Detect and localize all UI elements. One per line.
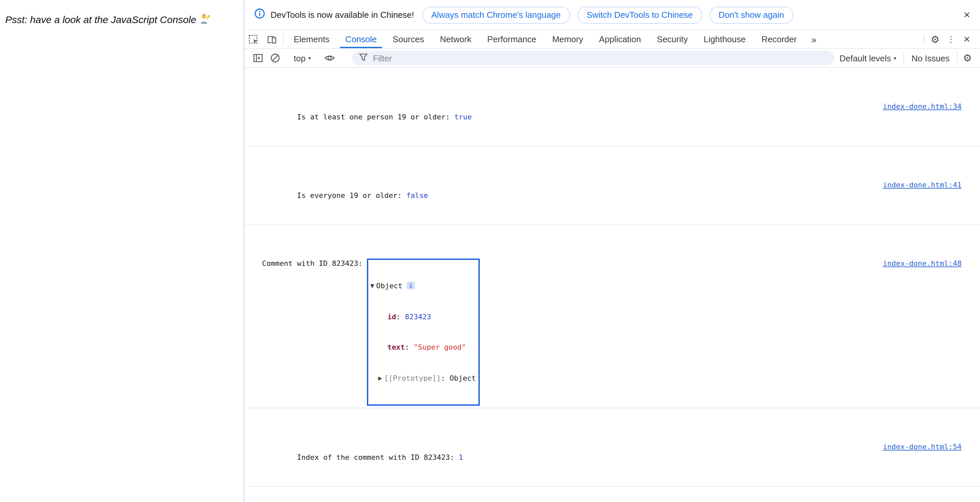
devtools-infobar: DevTools is now available in Chinese! Al… — [244, 0, 980, 30]
tab-console[interactable]: Console — [337, 30, 384, 48]
log-boolean-value: false — [406, 191, 428, 200]
levels-label: Default levels — [840, 53, 891, 63]
tab-recorder[interactable]: Recorder — [754, 30, 805, 48]
always-match-language-button[interactable]: Always match Chrome's language — [422, 6, 570, 24]
value-info-badge[interactable]: i — [406, 282, 415, 289]
tab-performance[interactable]: Performance — [479, 30, 544, 48]
person-tipping-hand-emoji — [200, 13, 211, 26]
property-name: id — [387, 312, 396, 321]
console-sidebar-icon[interactable] — [250, 49, 267, 67]
log-levels-dropdown[interactable]: Default levels ▾ — [834, 53, 902, 63]
source-link[interactable]: index-done.html:48 — [883, 259, 961, 269]
tab-memory[interactable]: Memory — [544, 30, 591, 48]
filter-input[interactable] — [372, 52, 827, 64]
tabbar-divider — [283, 33, 284, 45]
tab-application[interactable]: Application — [591, 30, 649, 48]
switch-devtools-chinese-button[interactable]: Switch DevTools to Chinese — [577, 6, 702, 24]
settings-gear-icon[interactable]: ⚙ — [927, 30, 943, 48]
console-message-row: Index of the comment with ID 823423: 1 i… — [244, 440, 980, 487]
devtools-tabbar: Elements Console Sources Network Perform… — [244, 30, 980, 49]
console-toolbar: top ▾ Default levels — [244, 49, 980, 68]
tabbar-right-divider — [924, 34, 924, 44]
issues-counter[interactable]: No Issues — [906, 53, 955, 63]
prototype-key: [[Prototype]] — [384, 374, 441, 382]
devtools-close-icon[interactable]: × — [959, 30, 975, 48]
devtools-panel: DevTools is now available in Chinese! Al… — [244, 0, 980, 502]
object-title: Object — [376, 282, 402, 290]
collapse-triangle-icon[interactable]: ▼ — [370, 281, 376, 291]
filter-funnel-icon — [359, 52, 368, 64]
info-icon — [254, 8, 265, 22]
source-link[interactable]: index-done.html:41 — [883, 180, 961, 191]
property-value: "Super good" — [414, 343, 466, 352]
toolbar-right-divider — [904, 53, 904, 64]
expand-triangle-icon[interactable]: ▶ — [378, 373, 384, 383]
browser-window: Psst: have a look at the JavaScript Cons… — [0, 0, 980, 502]
log-text: Comment with ID 823423: — [262, 259, 367, 269]
dont-show-again-button[interactable]: Don't show again — [710, 6, 794, 24]
log-boolean-value: true — [454, 113, 472, 121]
web-page-pane: Psst: have a look at the JavaScript Cons… — [0, 0, 244, 502]
tab-security[interactable]: Security — [649, 30, 696, 48]
toolbar-right-divider-2 — [957, 53, 958, 64]
object-property: id: 823423 — [387, 312, 476, 322]
source-link[interactable]: index-done.html:34 — [883, 102, 961, 112]
console-output: Is at least one person 19 or older: true… — [244, 68, 980, 502]
log-number-value: 1 — [459, 453, 463, 462]
inspect-element-icon[interactable] — [244, 30, 262, 48]
console-message-row-object: Comment with ID 823423: ▼Objecti id: 823… — [244, 257, 980, 408]
expanded-object-box: ▼Objecti id: 823423 text: "Super good" ▶… — [367, 259, 480, 406]
page-hint-label: Psst: have a look at the JavaScript Cons… — [5, 14, 196, 25]
tab-sources[interactable]: Sources — [385, 30, 432, 48]
tab-elements[interactable]: Elements — [286, 30, 337, 48]
object-property: text: "Super good" — [387, 342, 476, 353]
console-message-row: Is everyone 19 or older: false index-don… — [244, 178, 980, 225]
live-expression-eye-icon[interactable] — [321, 49, 338, 67]
tabbar-controls: ⚙ ⋮ × — [921, 30, 980, 48]
toolbar-right: Default levels ▾ No Issues ⚙ — [834, 49, 980, 67]
log-text: Index of the comment with ID 823423: — [297, 453, 459, 462]
chevron-down-icon: ▾ — [308, 55, 311, 61]
infobar-message: DevTools is now available in Chinese! — [270, 10, 414, 20]
source-link[interactable]: index-done.html:54 — [883, 442, 961, 453]
log-text: Is everyone 19 or older: — [297, 191, 406, 200]
tab-lighthouse[interactable]: Lighthouse — [696, 30, 754, 48]
object-header: ▼Objecti — [370, 281, 476, 291]
console-message-row: Is at least one person 19 or older: true… — [244, 100, 980, 146]
clear-console-icon[interactable] — [267, 49, 284, 67]
more-tabs-icon[interactable]: » — [805, 30, 823, 48]
property-value: 823423 — [405, 312, 431, 321]
device-toolbar-icon[interactable] — [262, 30, 281, 48]
execution-context-selector[interactable]: top ▾ — [288, 53, 316, 63]
property-name: text — [387, 343, 405, 352]
infobar-close-icon[interactable]: × — [964, 9, 970, 21]
console-filter-box — [352, 51, 834, 65]
tab-network[interactable]: Network — [432, 30, 479, 48]
console-settings-gear-icon[interactable]: ⚙ — [959, 52, 975, 64]
chevron-down-icon: ▾ — [894, 55, 896, 61]
context-label: top — [294, 53, 305, 63]
log-text: Is at least one person 19 or older: — [297, 113, 454, 121]
prototype-value: Object — [450, 374, 476, 382]
object-prototype-line: ▶[[Prototype]]: Object — [378, 373, 476, 383]
page-hint-text: Psst: have a look at the JavaScript Cons… — [5, 13, 211, 26]
kebab-menu-icon[interactable]: ⋮ — [943, 30, 959, 48]
